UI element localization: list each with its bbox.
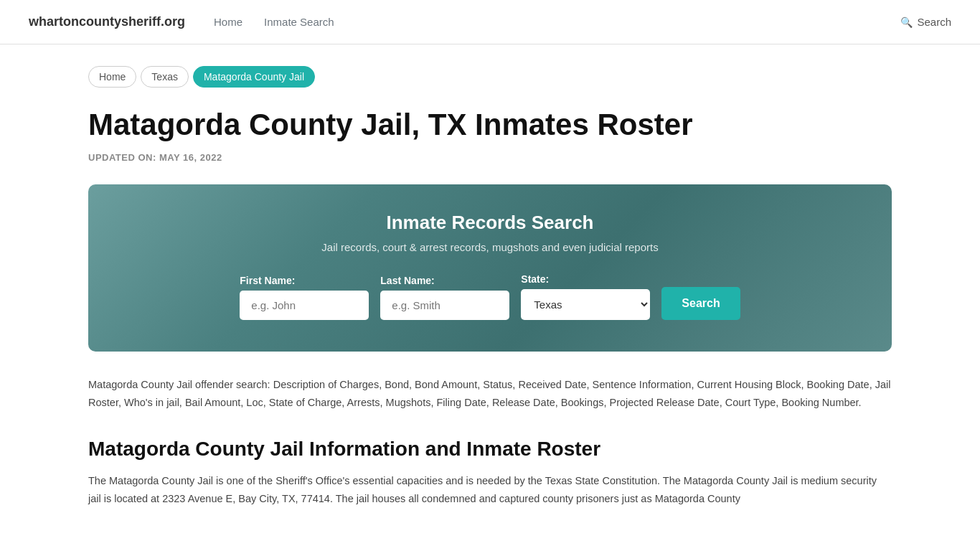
last-name-input[interactable] <box>380 291 509 320</box>
info-section-body: The Matagorda County Jail is one of the … <box>88 472 892 509</box>
site-logo[interactable]: whartoncountysheriff.org <box>29 14 185 29</box>
breadcrumb: Home Texas Matagorda County Jail <box>88 66 892 88</box>
first-name-input[interactable] <box>240 291 369 320</box>
info-section-heading: Matagorda County Jail Information and In… <box>88 438 892 461</box>
nav-links: Home Inmate Search <box>214 16 872 28</box>
first-name-label: First Name: <box>240 275 295 286</box>
header-search-label: Search <box>917 16 951 28</box>
first-name-group: First Name: <box>240 275 369 320</box>
state-label: State: <box>521 273 549 285</box>
search-widget: Inmate Records Search Jail records, cour… <box>88 184 892 352</box>
widget-subtitle: Jail records, court & arrest records, mu… <box>124 241 856 253</box>
site-header: whartoncountysheriff.org Home Inmate Sea… <box>0 0 980 44</box>
search-button[interactable]: Search <box>661 287 740 320</box>
nav-inmate-search[interactable]: Inmate Search <box>264 16 334 28</box>
widget-title: Inmate Records Search <box>124 212 856 234</box>
breadcrumb-home[interactable]: Home <box>88 66 136 88</box>
nav-home[interactable]: Home <box>214 16 242 28</box>
last-name-group: Last Name: <box>380 275 509 320</box>
updated-on: UPDATED ON: MAY 16, 2022 <box>88 152 892 163</box>
search-icon: 🔍 <box>900 17 913 28</box>
inmate-search-form: First Name: Last Name: State: AlabamaAla… <box>124 273 856 320</box>
state-group: State: AlabamaAlaskaArizonaArkansasCalif… <box>521 273 650 320</box>
description-text: Matagorda County Jail offender search: D… <box>88 376 892 411</box>
last-name-label: Last Name: <box>380 275 434 286</box>
page-title: Matagorda County Jail, TX Inmates Roster <box>88 108 892 142</box>
breadcrumb-current[interactable]: Matagorda County Jail <box>193 66 315 88</box>
breadcrumb-texas[interactable]: Texas <box>141 66 189 88</box>
state-select[interactable]: AlabamaAlaskaArizonaArkansasCaliforniaCo… <box>521 289 650 320</box>
main-content: Home Texas Matagorda County Jail Matagor… <box>60 44 920 537</box>
header-search[interactable]: 🔍 Search <box>900 16 951 28</box>
